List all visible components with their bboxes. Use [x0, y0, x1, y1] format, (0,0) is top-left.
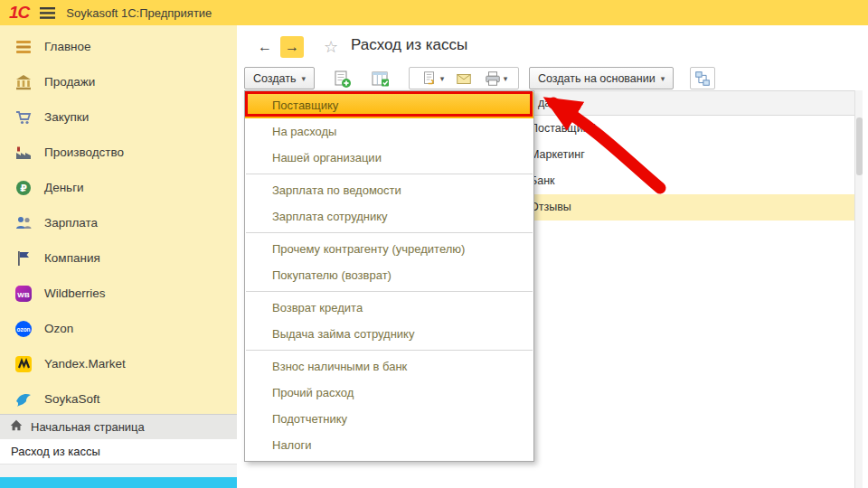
create-dropdown-menu: Поставщику На расходы Нашей организации … [244, 90, 534, 462]
window-title: Soykasoft 1С:Предприятие [66, 6, 212, 20]
sidebar-item-dengi[interactable]: ₽ Деньги [0, 170, 237, 205]
home-icon [9, 418, 24, 436]
sidebar-item-label: Деньги [44, 181, 84, 194]
sidebar-item-label: SoykaSoft [44, 392, 100, 406]
sidebar-item-wildberries[interactable]: WB Wildberries [0, 276, 237, 311]
wildberries-icon: WB [14, 285, 33, 303]
sidebar-item-glavnoe[interactable]: Главное [0, 29, 237, 64]
print-icon [484, 70, 502, 88]
sidebar: Главное Продажи Закупки Производство ₽ Д… [0, 25, 237, 414]
sidebar-item-zakupki[interactable]: Закупки [0, 99, 237, 135]
related-documents-icon[interactable] [690, 67, 715, 89]
home-page-label: Начальная страница [31, 420, 145, 434]
sidebar-item-label: Главное [44, 40, 91, 53]
sidebar-item-label: Yandex.Market [44, 357, 126, 371]
sidebar-item-label: Ozon [44, 322, 73, 335]
titlebar: 1С Soykasoft 1С:Предприятие [0, 0, 868, 25]
main-section-icon [14, 38, 33, 56]
menu-item-vydacha-zajma-sotrudniku[interactable]: Выдача займа сотруднику [245, 321, 533, 347]
menu-item-podotchetniku[interactable]: Подотчетнику [245, 406, 533, 432]
sidebar-gap [0, 465, 237, 477]
svg-text:ozon: ozon [16, 325, 30, 332]
menu-separator [246, 350, 533, 351]
chevron-down-icon: ▾ [661, 74, 665, 83]
hamburger-menu-icon[interactable] [40, 7, 55, 19]
sidebar-item-yandex-market[interactable]: Yandex.Market [0, 346, 237, 381]
salary-people-icon [14, 214, 33, 232]
sidebar-item-zarplata[interactable]: Зарплата [0, 205, 237, 240]
company-flag-icon [14, 249, 33, 267]
ozon-icon: ozon [14, 320, 33, 338]
menu-separator [246, 232, 533, 233]
vertical-scrollbar[interactable] [854, 90, 863, 488]
purchases-cart-icon [14, 108, 33, 127]
chevron-down-icon: ▾ [504, 74, 508, 83]
sidebar-item-proizvodstvo[interactable]: Производство [0, 135, 237, 170]
sidebar-item-label: Wildberries [44, 286, 106, 300]
menu-item-zarplata-po-vedomosti[interactable]: Зарплата по ведомости [245, 177, 533, 203]
journal-table-icon[interactable] [367, 67, 392, 89]
sales-icon [14, 73, 33, 91]
menu-item-nashej-organizacii[interactable]: Нашей организации [245, 145, 533, 171]
main-area: ← → ☆ Расход из кассы Создать ▾ ▾ ▾ [237, 25, 868, 488]
open-tab-label: Расход из кассы [11, 445, 100, 458]
sidebar-item-label: Компания [44, 251, 100, 265]
sidebar-item-label: Продажи [44, 75, 95, 89]
page-title: Расход из кассы [351, 36, 467, 54]
menu-separator [246, 174, 533, 174]
home-page-bar[interactable]: Начальная страница [0, 414, 237, 439]
menu-item-postavshiku[interactable]: Поставщику [245, 92, 533, 118]
favorite-star-icon[interactable]: ☆ [324, 37, 338, 57]
sidebar-item-prodazhi[interactable]: Продажи [0, 64, 237, 99]
create-button[interactable]: Создать ▾ [244, 67, 315, 89]
mail-button[interactable] [455, 70, 473, 88]
sidebar-item-ozon[interactable]: ozon Ozon [0, 311, 237, 346]
sidebar-item-label: Закупки [44, 110, 89, 124]
menu-item-na-rashody[interactable]: На расходы [245, 118, 533, 145]
create-button-label: Создать [253, 72, 297, 85]
1c-logo: 1С [9, 0, 29, 25]
menu-item-vozvrat-kredita[interactable]: Возврат кредита [245, 295, 533, 321]
menu-separator [246, 291, 533, 292]
attach-file-dropdown[interactable]: ▾ [420, 70, 445, 88]
menu-item-prochij-rashod[interactable]: Прочий расход [245, 380, 533, 406]
mail-icon [455, 70, 473, 88]
svg-text:WB: WB [17, 290, 30, 298]
forward-button[interactable]: → [280, 36, 304, 58]
back-button[interactable]: ← [253, 36, 277, 58]
chevron-down-icon: ▾ [302, 74, 307, 83]
sidebar-item-kompaniya[interactable]: Компания [0, 240, 237, 276]
print-dropdown[interactable]: ▾ [484, 70, 508, 88]
production-icon [14, 144, 33, 162]
sidebar-item-label: Зарплата [44, 216, 98, 230]
menu-item-nalogi[interactable]: Налоги [245, 432, 533, 458]
yandex-market-icon [14, 355, 33, 373]
create-based-on-button[interactable]: Создать на основании ▾ [529, 67, 674, 89]
menu-item-pokupatelyu-vozvrat[interactable]: Покупателю (возврат) [245, 262, 533, 288]
sidebar-item-label: Производство [44, 145, 124, 159]
chevron-down-icon: ▾ [440, 74, 445, 83]
menu-item-zarplata-sotrudniku[interactable]: Зарплата сотруднику [245, 203, 533, 230]
open-tab-rashod-iz-kassy[interactable]: Расход из кассы [0, 439, 237, 465]
soykasoft-bird-icon [14, 390, 33, 408]
money-icon: ₽ [14, 179, 33, 197]
taskbar-strip [0, 477, 237, 488]
svg-text:₽: ₽ [20, 183, 27, 193]
create-based-on-label: Создать на основании [538, 72, 656, 85]
menu-item-prochemu-kontragentu[interactable]: Прочему контрагенту (учредителю) [245, 236, 533, 262]
column-header-fragment: да [538, 97, 551, 109]
create-copy-icon[interactable] [329, 67, 354, 89]
toolbar-icon-group: ▾ ▾ [409, 67, 519, 89]
menu-item-vznos-nalichnymi-v-bank[interactable]: Взнос наличными в банк [245, 353, 533, 380]
attach-file-icon [420, 70, 439, 88]
sidebar-item-soykasoft[interactable]: SoykaSoft [0, 381, 237, 414]
scrollbar-thumb[interactable] [856, 117, 863, 175]
